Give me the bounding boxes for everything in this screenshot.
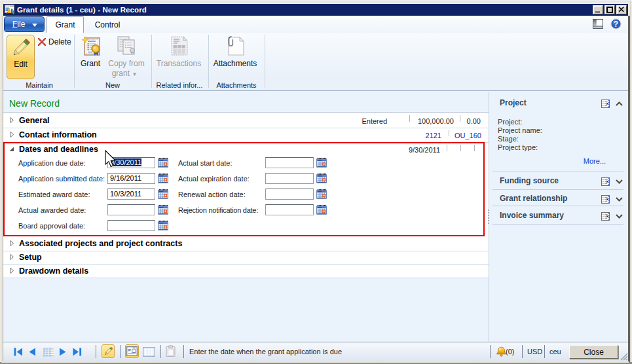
svg-text:?: ?: [614, 20, 618, 29]
